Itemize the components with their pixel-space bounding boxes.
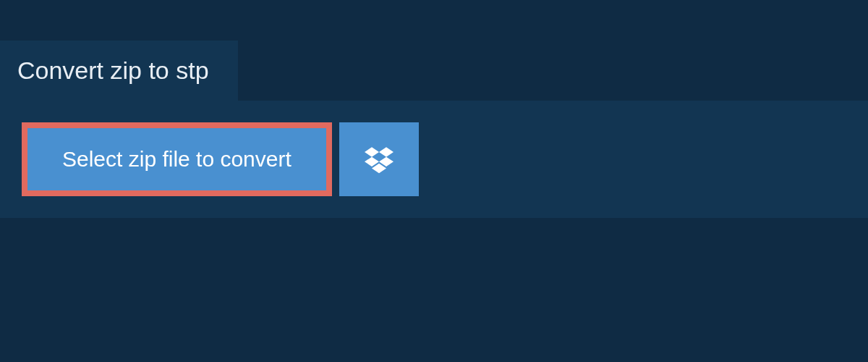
dropbox-button[interactable] <box>339 122 419 196</box>
button-row: Select zip file to convert <box>22 122 846 196</box>
select-file-label: Select zip file to convert <box>62 148 292 170</box>
conversion-panel: Select zip file to convert <box>0 101 868 218</box>
page-title: Convert zip to stp <box>17 56 209 85</box>
header-tab: Convert zip to stp <box>0 41 238 101</box>
select-file-button[interactable]: Select zip file to convert <box>22 122 332 196</box>
dropbox-icon <box>365 145 393 174</box>
